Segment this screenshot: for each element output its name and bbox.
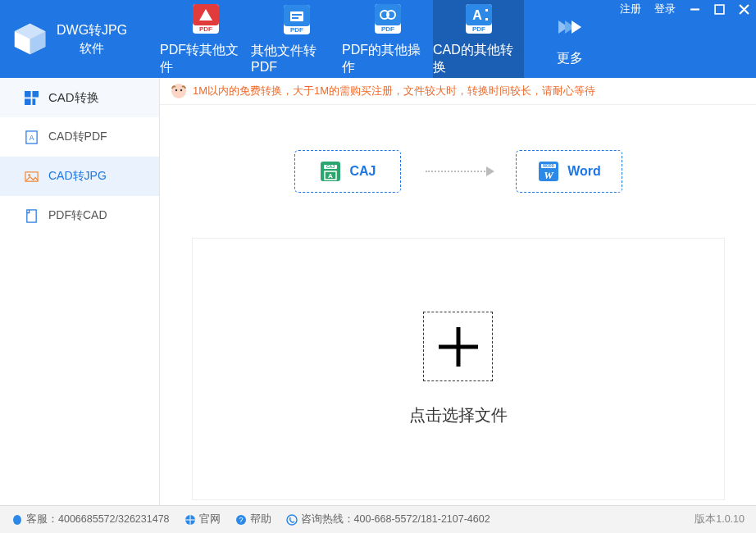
- svg-rect-28: [32, 91, 39, 98]
- globe-icon: [184, 514, 196, 526]
- phone-icon: [286, 514, 298, 526]
- app-logo-icon: [11, 20, 48, 57]
- tab-cad-convert[interactable]: APDF CAD的其他转换: [433, 0, 524, 78]
- footer-service-text: 客服：4006685572/326231478: [26, 512, 170, 526]
- register-link[interactable]: 注册: [613, 2, 648, 16]
- maximize-button[interactable]: [707, 0, 731, 18]
- tab-pdf-to-other[interactable]: PDF PDF转其他文件: [160, 0, 251, 78]
- notice-bar: 1M以内的免费转换，大于1M的需购买注册，文件较大时，转换时间较长，请耐心等待: [160, 78, 756, 105]
- svg-text:PDF: PDF: [472, 25, 485, 33]
- tab-pdf-ops[interactable]: PDF PDF的其他操作: [342, 0, 433, 78]
- svg-rect-9: [292, 14, 302, 16]
- svg-rect-30: [32, 98, 35, 105]
- jpg-icon: [25, 170, 39, 184]
- svg-rect-21: [485, 18, 488, 20]
- window-controls: 注册 登录: [613, 0, 756, 18]
- svg-rect-8: [290, 11, 303, 21]
- footer-hotline[interactable]: 咨询热线：400-668-5572/181-2107-4602: [286, 512, 490, 526]
- login-link[interactable]: 登录: [648, 2, 682, 16]
- footer-site-text: 官网: [199, 512, 221, 526]
- caj-icon: CAJA: [318, 159, 343, 184]
- svg-rect-20: [485, 9, 488, 11]
- footer-help[interactable]: ? 帮助: [235, 512, 271, 526]
- svg-rect-35: [27, 209, 36, 221]
- sidebar-item-label: CAD转PDF: [48, 130, 107, 144]
- mascot-icon: [170, 82, 188, 100]
- svg-text:CAJ: CAJ: [326, 164, 335, 169]
- svg-point-37: [175, 89, 177, 91]
- drop-text: 点击选择文件: [409, 404, 508, 426]
- tab-label: CAD的其他转换: [433, 42, 524, 76]
- cad-group-icon: [25, 91, 39, 105]
- qq-icon: [11, 514, 23, 526]
- pdf-cad-icon: [25, 209, 39, 223]
- sidebar-item-label: CAD转JPG: [48, 169, 107, 184]
- svg-point-38: [180, 89, 182, 91]
- pdf-icon: PDF: [189, 2, 222, 35]
- sidebar-item-label: PDF转CAD: [48, 208, 107, 223]
- more-arrow-icon: [553, 11, 586, 43]
- tab-label: 其他文件转PDF: [251, 43, 342, 75]
- sidebar-head-label: CAD转换: [48, 90, 99, 106]
- tab-more[interactable]: 更多: [524, 0, 615, 78]
- footer-version: 版本1.0.10: [695, 512, 745, 526]
- logo-area: DWG转JPG 软件: [0, 0, 160, 78]
- svg-text:A: A: [472, 8, 482, 22]
- footer-service[interactable]: 客服：4006685572/326231478: [11, 512, 170, 526]
- sidebar: CAD转换 A CAD转PDF CAD转JPG PDF转CAD: [0, 78, 160, 505]
- word-icon: WORDW: [536, 159, 561, 184]
- svg-rect-24: [715, 5, 724, 14]
- plus-icon: [434, 322, 483, 371]
- body: CAD转换 A CAD转PDF CAD转JPG PDF转CAD 1M以内的免费转…: [0, 78, 756, 505]
- app-title-line1: DWG转JPG: [57, 22, 127, 39]
- svg-point-54: [287, 515, 297, 525]
- svg-rect-27: [25, 91, 31, 98]
- file-drop-area[interactable]: 点击选择文件: [192, 238, 725, 500]
- sidebar-item-pdf-to-cad[interactable]: PDF转CAD: [0, 196, 159, 235]
- svg-point-50: [13, 515, 21, 525]
- footer-hotline-text: 咨询热线：400-668-5572/181-2107-4602: [301, 512, 490, 526]
- gear-file-icon: PDF: [371, 2, 404, 35]
- svg-text:A: A: [30, 134, 34, 142]
- tab-other-to-pdf[interactable]: PDF 其他文件转PDF: [251, 0, 342, 78]
- sidebar-item-cad-to-jpg[interactable]: CAD转JPG: [0, 157, 159, 196]
- minimize-button[interactable]: [682, 0, 707, 18]
- main-area: 1M以内的免费转换，大于1M的需购买注册，文件较大时，转换时间较长，请耐心等待 …: [160, 78, 756, 505]
- conversion-flow: CAJA CAJ WORDW Word: [160, 150, 756, 193]
- flow-target-box: WORDW Word: [516, 150, 622, 193]
- help-icon: ?: [235, 514, 247, 526]
- header: DWG转JPG 软件 PDF PDF转其他文件 PDF 其他文件转PDF PDF…: [0, 0, 756, 78]
- svg-point-34: [28, 174, 30, 176]
- footer-site[interactable]: 官网: [184, 512, 221, 526]
- svg-text:PDF: PDF: [290, 26, 303, 34]
- svg-rect-29: [25, 98, 31, 105]
- sidebar-item-cad-to-pdf[interactable]: A CAD转PDF: [0, 117, 159, 157]
- tab-label: PDF转其他文件: [160, 42, 251, 76]
- svg-text:?: ?: [239, 516, 243, 524]
- svg-text:W: W: [544, 169, 554, 181]
- svg-text:PDF: PDF: [199, 25, 212, 33]
- flow-arrow-icon: [426, 171, 491, 172]
- svg-text:A: A: [329, 172, 334, 180]
- file-icon: PDF: [280, 3, 313, 36]
- footer: 客服：4006685572/326231478 官网 ? 帮助 咨询热线：400…: [0, 505, 756, 533]
- sidebar-head[interactable]: CAD转换: [0, 78, 159, 117]
- footer-help-text: 帮助: [250, 512, 271, 526]
- flow-source-box: CAJA CAJ: [294, 150, 401, 193]
- add-file-box: [423, 312, 493, 381]
- cad-pdf-icon: A: [25, 130, 39, 144]
- notice-text: 1M以内的免费转换，大于1M的需购买注册，文件较大时，转换时间较长，请耐心等待: [193, 84, 595, 98]
- app-title: DWG转JPG 软件: [57, 22, 127, 57]
- tab-label: 更多: [557, 50, 583, 67]
- flow-to-label: Word: [567, 164, 601, 179]
- svg-text:PDF: PDF: [381, 25, 394, 33]
- flow-from-label: CAJ: [349, 164, 376, 179]
- close-button[interactable]: [731, 0, 756, 18]
- tab-label: PDF的其他操作: [342, 42, 433, 76]
- cad-icon: APDF: [462, 2, 495, 35]
- svg-text:WORD: WORD: [543, 164, 555, 168]
- app-title-line2: 软件: [80, 41, 104, 57]
- svg-rect-10: [292, 17, 298, 19]
